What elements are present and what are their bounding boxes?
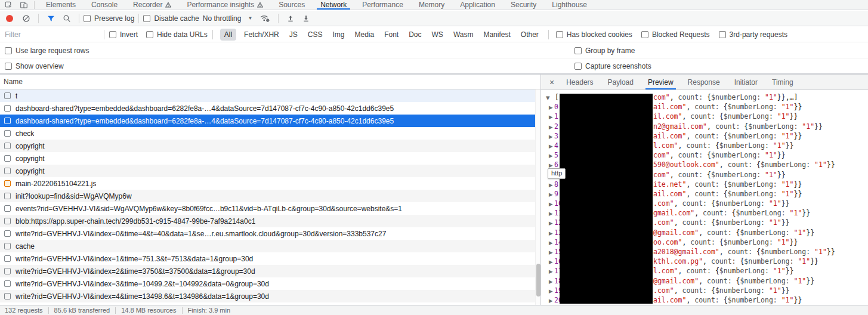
request-checkbox-icon[interactable] (4, 130, 11, 137)
export-har-icon[interactable] (298, 11, 314, 26)
request-checkbox-icon[interactable] (4, 155, 11, 162)
filter-type-all[interactable]: All (220, 29, 236, 41)
clear-icon[interactable] (18, 11, 34, 26)
filter-input[interactable] (5, 30, 99, 39)
request-row[interactable]: t (0, 89, 540, 102)
use-large-request-rows-checkbox[interactable] (5, 47, 12, 54)
filter-type-img[interactable]: Img (330, 29, 347, 41)
request-row[interactable]: write?rid=GVEHHVJ-VI&index=2&time=3750&t… (0, 265, 540, 277)
request-checkbox-icon[interactable] (4, 118, 11, 124)
detail-tab-timing[interactable]: Timing (765, 75, 801, 89)
filter-type-css[interactable]: CSS (305, 29, 325, 41)
request-checkbox-icon[interactable] (4, 218, 11, 224)
search-icon[interactable] (59, 11, 75, 26)
tree-expand-icon[interactable]: ▶ (549, 112, 553, 122)
tree-expand-icon[interactable]: ▶ (549, 151, 553, 160)
filter-type-other[interactable]: Other (518, 29, 541, 41)
request-row[interactable]: events?rid=GVEHHVJ-VI&sid=WgAVQMyp6w&key… (0, 202, 540, 215)
show-overview-checkbox[interactable] (5, 63, 12, 70)
invert-checkbox[interactable] (109, 31, 116, 38)
scrollbar-thumb[interactable] (536, 264, 540, 297)
filter-type-ws[interactable]: WS (430, 29, 446, 41)
request-checkbox-icon[interactable] (4, 92, 11, 99)
request-checkbox-icon[interactable] (4, 243, 11, 249)
throttling-dropdown[interactable]: No throttling ▼ (203, 14, 253, 23)
tree-expand-icon[interactable]: ▶ (549, 180, 553, 190)
inspect-cursor-icon[interactable] (5, 1, 13, 9)
request-checkbox-icon[interactable] (4, 105, 11, 112)
tree-expand-icon[interactable]: ▶ (549, 199, 553, 209)
main-tab-recorder[interactable]: Recorder (125, 0, 179, 10)
filter-type-font[interactable]: Font (382, 29, 401, 41)
tree-expand-icon[interactable]: ▶ (549, 132, 553, 141)
request-row[interactable]: write?rid=GVEHHVJ-VI&index=4&time=13498.… (0, 290, 540, 302)
filter-type-wasm[interactable]: Wasm (451, 29, 476, 41)
main-tab-sources[interactable]: Sources (271, 0, 313, 10)
name-column-header[interactable]: Name (0, 75, 540, 89)
request-checkbox-icon[interactable] (4, 268, 11, 274)
group-by-frame-checkbox[interactable] (574, 47, 582, 54)
request-checkbox-icon[interactable] (4, 280, 11, 287)
tree-collapse-icon[interactable]: ▼ (546, 93, 550, 103)
filter-funnel-icon[interactable] (43, 11, 59, 26)
request-row[interactable]: write?rid=GVEHHVJ-VI&index=1&time=751.3&… (0, 252, 540, 265)
request-checkbox-icon[interactable] (4, 205, 11, 212)
tree-expand-icon[interactable]: ▶ (549, 228, 553, 238)
capture-screenshots-checkbox[interactable] (574, 63, 582, 70)
detail-tab-payload[interactable]: Payload (601, 75, 641, 89)
request-checkbox-icon[interactable] (4, 255, 11, 262)
tree-expand-icon[interactable]: ▶ (549, 277, 553, 286)
main-tab-console[interactable]: Console (84, 0, 125, 10)
request-row[interactable]: copyright (0, 140, 540, 152)
main-tab-performance-insights[interactable]: Performance insights (179, 0, 271, 10)
main-tab-performance[interactable]: Performance (354, 0, 411, 10)
warning-icon[interactable] (4, 180, 11, 187)
request-row[interactable]: write?rid=GVEHHVJ-VI&index=0&time=4&t=40… (0, 227, 540, 240)
main-tab-application[interactable]: Application (452, 0, 503, 10)
tree-expand-icon[interactable]: ▶ (549, 209, 553, 218)
detail-tab-response[interactable]: Response (681, 75, 727, 89)
close-icon[interactable]: × (545, 75, 559, 90)
request-row[interactable]: dashboard-shared?type=embedded&dashboard… (0, 102, 540, 115)
detail-tab-preview[interactable]: Preview (641, 75, 681, 89)
tree-expand-icon[interactable]: ▶ (549, 238, 553, 248)
tree-expand-icon[interactable]: ▶ (549, 190, 553, 199)
request-checkbox-icon[interactable] (4, 193, 11, 199)
request-row[interactable]: check (0, 127, 540, 140)
preserve-log-checkbox[interactable] (84, 15, 91, 22)
tree-expand-icon[interactable]: ▶ (549, 218, 553, 228)
filter-type-doc[interactable]: Doc (406, 29, 424, 41)
request-row[interactable]: cache (0, 240, 540, 252)
import-har-icon[interactable] (283, 11, 298, 26)
filter-type-media[interactable]: Media (352, 29, 376, 41)
network-conditions-icon[interactable] (256, 11, 274, 26)
tree-expand-icon[interactable]: ▶ (549, 103, 553, 112)
request-row[interactable]: dashboard-shared?type=embedded&dashboard… (0, 115, 540, 127)
tree-expand-icon[interactable]: ▶ (549, 286, 553, 296)
tree-expand-icon[interactable]: ▶ (549, 248, 553, 257)
main-tab-security[interactable]: Security (503, 0, 544, 10)
request-row[interactable]: main-20220615104221.js (0, 177, 540, 190)
main-tab-elements[interactable]: Elements (38, 0, 84, 10)
main-tab-lighthouse[interactable]: Lighthouse (544, 0, 595, 10)
main-tab-memory[interactable]: Memory (411, 0, 452, 10)
detail-tab-initiator[interactable]: Initiator (727, 75, 765, 89)
3rd-party-requests-checkbox[interactable] (719, 31, 726, 38)
tree-expand-icon[interactable]: ▶ (549, 267, 553, 276)
request-row[interactable]: blob:https://app.super-chain.tech/299db5… (0, 215, 540, 227)
request-row[interactable]: copyright (0, 165, 540, 177)
record-icon[interactable] (6, 15, 13, 22)
request-checkbox-icon[interactable] (4, 293, 11, 299)
device-toolbar-icon[interactable] (20, 1, 28, 9)
tree-expand-icon[interactable]: ▶ (549, 296, 553, 304)
request-checkbox-icon[interactable] (4, 230, 11, 237)
tree-expand-icon[interactable]: ▶ (549, 257, 553, 267)
filter-type-fetch-xhr[interactable]: Fetch/XHR (242, 29, 282, 41)
tree-expand-icon[interactable]: ▶ (549, 122, 553, 132)
hide-data-urls-checkbox[interactable] (146, 31, 153, 38)
filter-type-js[interactable]: JS (287, 29, 300, 41)
request-checkbox-icon[interactable] (4, 143, 11, 149)
request-row[interactable]: write?rid=GVEHHVJ-VI&index=3&time=10499.… (0, 277, 540, 290)
request-list-scrollbar[interactable] (535, 89, 540, 305)
detail-tab-headers[interactable]: Headers (559, 75, 600, 89)
